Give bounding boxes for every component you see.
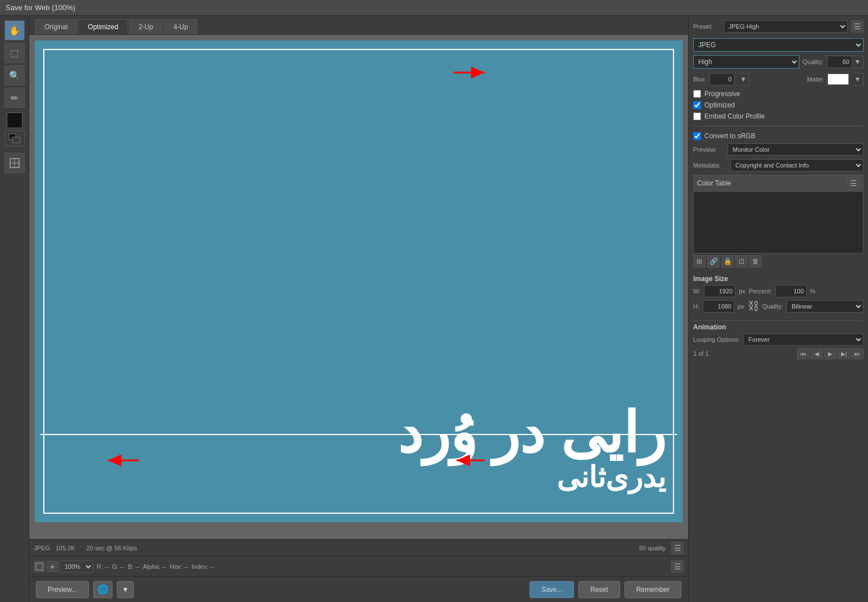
remember-button[interactable]: Remember bbox=[625, 581, 681, 598]
canvas-main-text: رایی در وُرد bbox=[397, 400, 666, 466]
bottom-toolbar: + 100% 50% 200% R: -- G: -- B: -- Alpha:… bbox=[29, 556, 688, 576]
canvas-underline bbox=[40, 434, 677, 435]
ct-link-btn[interactable]: 🔗 bbox=[707, 255, 720, 268]
divider-1 bbox=[693, 126, 864, 126]
color-table-header: Color Table ☰ bbox=[693, 175, 864, 192]
save-button[interactable]: Save... bbox=[530, 581, 574, 598]
action-bar: Preview... 🌐 ▼ Save... Reset Remember bbox=[29, 576, 688, 602]
page-indicator: 1 of 1 bbox=[693, 350, 709, 357]
window-title: Save for Web (100%) bbox=[6, 3, 75, 12]
blur-label: Blur: bbox=[693, 76, 706, 83]
image-size-controls: W: px Percent: % bbox=[693, 285, 864, 297]
quality-size-label: Quality: bbox=[762, 303, 783, 310]
looping-select[interactable]: Forever Once Other bbox=[743, 333, 864, 346]
status-bar: JPEG 105.2K 20 sec @ 56 Kbps 60 quality … bbox=[29, 539, 688, 556]
r-value: R: -- bbox=[97, 563, 108, 570]
matte-dropdown-btn[interactable]: ▼ bbox=[852, 73, 864, 85]
image-size-row2: H: px ⛓ Quality: Bilinear Bicubic Neares… bbox=[693, 300, 864, 313]
index-value: Index: -- bbox=[192, 563, 214, 570]
ct-lock-btn[interactable]: 🔒 bbox=[721, 255, 734, 268]
color-swatches[interactable] bbox=[4, 130, 25, 146]
height-input[interactable] bbox=[703, 300, 734, 313]
left-toolbar: ✋ ⬚ 🔍 ✏ bbox=[0, 16, 29, 602]
link-chain-icon: ⛓ bbox=[748, 300, 759, 313]
first-frame-btn[interactable]: ⏮ bbox=[797, 348, 810, 359]
tabs-bar: Original Optimized 2-Up 4-Up bbox=[29, 16, 688, 35]
width-input[interactable] bbox=[704, 285, 735, 297]
embed-color-row: Embed Color Profile bbox=[693, 112, 864, 120]
prev-frame-btn[interactable]: ◀ bbox=[811, 348, 823, 359]
zoom-controls: + 100% 50% 200% bbox=[34, 560, 93, 573]
zoom-out-btn[interactable] bbox=[34, 561, 45, 572]
last-frame-btn[interactable]: ⏭ bbox=[851, 348, 864, 359]
preview-panel-label: Preview: bbox=[693, 146, 724, 153]
play-btn[interactable]: ▶ bbox=[824, 348, 837, 359]
optimized-label[interactable]: Optimized bbox=[704, 101, 735, 109]
preview-button[interactable]: Preview... bbox=[36, 581, 89, 598]
blur-dropdown-btn[interactable]: ▼ bbox=[738, 73, 749, 85]
metadata-select[interactable]: Copyright and Contact Info All None bbox=[730, 159, 864, 171]
progressive-checkbox[interactable] bbox=[693, 90, 701, 98]
progressive-label[interactable]: Progressive bbox=[704, 90, 740, 98]
color-table-controls: ⊞ 🔗 🔒 ⊡ 🗑 bbox=[693, 254, 864, 269]
format-select[interactable]: JPEG PNG-8 PNG-24 GIF bbox=[693, 38, 864, 52]
percent-label: Percent: bbox=[749, 288, 772, 295]
preset-menu-btn[interactable]: ☰ bbox=[851, 20, 864, 33]
status-menu-btn[interactable]: ☰ bbox=[671, 542, 684, 554]
preview-row: Preview: Monitor Color Legacy Macintosh … bbox=[693, 143, 864, 156]
quality-input[interactable] bbox=[827, 56, 852, 68]
zoom-select[interactable]: 100% 50% 200% bbox=[60, 560, 93, 573]
reset-button[interactable]: Reset bbox=[578, 581, 620, 598]
metadata-row: Metadata: Copyright and Contact Info All… bbox=[693, 159, 864, 171]
embed-color-label[interactable]: Embed Color Profile bbox=[704, 112, 765, 120]
looping-label: Looping Options: bbox=[693, 336, 740, 343]
foreground-color[interactable] bbox=[7, 112, 22, 128]
right-panel: Preset: JPEG High JPEG Medium JPEG Low ☰… bbox=[688, 16, 868, 602]
next-frame-btn[interactable]: ▶| bbox=[838, 348, 850, 359]
animation-title: Animation bbox=[693, 323, 864, 331]
color-table-section: Color Table ☰ ⊞ 🔗 🔒 ⊡ 🗑 bbox=[693, 175, 864, 269]
playback-controls: 1 of 1 ⏮ ◀ ▶ ▶| ⏭ bbox=[693, 348, 864, 359]
tab-original[interactable]: Original bbox=[35, 19, 77, 34]
hand-tool[interactable]: ✋ bbox=[4, 20, 25, 40]
convert-srgb-checkbox[interactable] bbox=[693, 132, 701, 140]
slice-select-tool[interactable]: ⬚ bbox=[4, 43, 25, 63]
quality-dropdown-btn[interactable]: ▼ bbox=[852, 56, 864, 68]
matte-swatch[interactable] bbox=[828, 74, 849, 85]
title-bar: Save for Web (100%) bbox=[0, 0, 868, 16]
svg-rect-1 bbox=[12, 137, 20, 143]
zoom-in-btn[interactable]: + bbox=[47, 561, 58, 572]
tab-4up[interactable]: 4-Up bbox=[164, 19, 197, 34]
quality-level-select[interactable]: High Maximum Medium Low bbox=[693, 55, 799, 69]
preview-select[interactable]: Monitor Color Legacy Macintosh Internet … bbox=[727, 143, 864, 156]
blur-input[interactable] bbox=[709, 73, 735, 85]
eyedropper-tool[interactable]: ✏ bbox=[4, 88, 25, 108]
canvas-wrapper: رایی در وُرد یدری‌ثانی bbox=[29, 35, 688, 539]
w-label: W: bbox=[693, 288, 700, 295]
browser-button[interactable]: 🌐 bbox=[93, 581, 112, 598]
zoom-tool[interactable]: 🔍 bbox=[4, 65, 25, 85]
ct-delete-btn[interactable]: 🗑 bbox=[749, 255, 762, 268]
color-table-label: Color Table bbox=[697, 179, 731, 187]
ct-copy-btn[interactable]: ⊡ bbox=[735, 255, 748, 268]
svg-rect-9 bbox=[36, 563, 43, 570]
convert-srgb-row: Convert to sRGB bbox=[693, 132, 864, 140]
percent-input[interactable] bbox=[775, 285, 807, 297]
color-table-area bbox=[693, 192, 864, 254]
hex-value: Hex: -- bbox=[170, 563, 188, 570]
dropdown-btn[interactable]: ▼ bbox=[117, 581, 134, 598]
canvas-image: رایی در وُرد یدری‌ثانی bbox=[35, 40, 682, 522]
divider-2 bbox=[693, 320, 864, 321]
preset-select[interactable]: JPEG High JPEG Medium JPEG Low bbox=[724, 20, 848, 33]
bottom-menu-btn[interactable]: ☰ bbox=[671, 560, 684, 573]
embed-color-checkbox[interactable] bbox=[693, 112, 701, 120]
quality-size-select[interactable]: Bilinear Bicubic Nearest Neighbor bbox=[786, 300, 864, 313]
tab-optimized[interactable]: Optimized bbox=[78, 19, 128, 34]
optimized-checkbox[interactable] bbox=[693, 101, 701, 109]
color-table-menu-btn[interactable]: ☰ bbox=[847, 177, 860, 189]
tab-2up[interactable]: 2-Up bbox=[129, 19, 162, 34]
ct-new-btn[interactable]: ⊞ bbox=[693, 255, 706, 268]
convert-srgb-label[interactable]: Convert to sRGB bbox=[704, 132, 756, 140]
format-row: JPEG PNG-8 PNG-24 GIF bbox=[693, 38, 864, 52]
image-map-tool[interactable] bbox=[4, 153, 25, 173]
